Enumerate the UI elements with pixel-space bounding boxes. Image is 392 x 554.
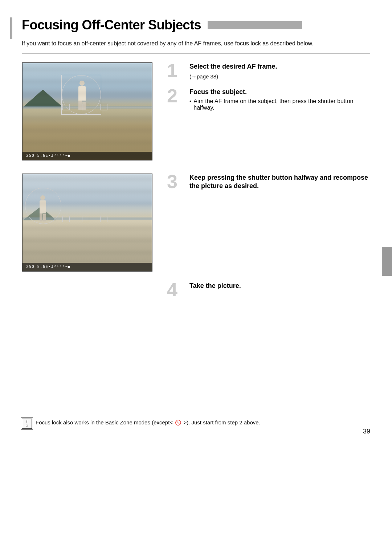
step-content-1: Select the desired AF frame. (→page 38) [189,62,370,81]
camera-image-1: 250 5.6E•J²¹⁺¹•● [22,62,152,160]
step-title-1: Select the desired AF frame. [189,62,370,71]
step-row-1-2: 250 5.6E•J²¹⁺¹•● 1 Select the desired AF… [22,62,370,160]
af-frame-left-2 [62,216,70,222]
step-number-4: 4 [167,280,185,299]
right-bar-decoration [382,247,392,276]
page-number: 39 [363,428,370,435]
guide-line [23,107,152,108]
step-content-4: Take the picture. [189,282,241,292]
step-content-2: Focus the subject. • Aim the AF frame on… [189,88,370,111]
step-number-1: 1 [167,61,185,80]
step-number-3: 3 [167,172,185,191]
scene-background-1 [23,63,152,160]
content-section: 250 5.6E•J²¹⁺¹•● 1 Select the desired AF… [22,62,370,314]
note-text-part2: >). Just start from step [183,419,239,425]
af-frame-right-2 [100,216,107,222]
step-content-3: Keep pressing the shutter button halfway… [189,174,370,192]
step-title-2: Focus the subject. [189,88,370,96]
title-decoration [208,21,302,29]
page-container: Focusing Off-Center Subjects If you want… [0,0,392,451]
except-icon: 🚫 [175,420,181,425]
status-text-2: 250 5.6E•J²¹⁺¹•● [26,264,70,269]
camera-image-2: 250 5.6E•J²¹⁺¹•● [22,174,152,272]
step-bullets-2: • Aim the AF frame on the subject, then … [189,98,370,111]
bullet-text-2: Aim the AF frame on the subject, then pr… [193,98,370,111]
steps-group-1: 1 Select the desired AF frame. (→page 38… [167,62,370,111]
section-divider [22,53,370,54]
image-block-2: 250 5.6E•J²¹⁺¹•● [22,174,152,272]
step-row-4: 4 Take the picture. [167,282,370,299]
empty-area [22,314,370,408]
left-bar-decoration [10,17,12,39]
step-number-2: 2 [167,86,185,105]
status-bar-2: 250 5.6E•J²¹⁺¹•● [23,263,152,271]
af-frame-right [100,104,107,110]
step-ref: 2 [239,419,242,425]
intro-text: If you want to focus an off-center subje… [22,39,319,48]
note-text-part3: above. [242,419,260,425]
note-icon-bottom: ◻ [26,424,28,427]
guide-line-2 [23,220,152,220]
title-row: Focusing Off-Center Subjects [22,17,370,33]
footer-note: i ◻ Focus lock also works in the Basic Z… [22,415,370,429]
step-title-4: Take the picture. [189,282,241,290]
step-row-3: 250 5.6E•J²¹⁺¹•● 3 Keep pressing the shu… [22,174,370,272]
steps-panel-3: 3 Keep pressing the shutter button halfw… [167,174,370,192]
page-title: Focusing Off-Center Subjects [22,17,201,33]
note-icon-top: i [26,420,28,424]
note-text: Focus lock also works in the Basic Zone … [36,418,260,427]
note-icon: i ◻ [22,419,32,429]
step-item-3: 3 Keep pressing the shutter button halfw… [167,174,370,192]
note-text-part1: Focus lock also works in the Basic Zone … [36,419,173,425]
bullet-dot-2: • [189,98,191,111]
note-icon-inner: i ◻ [26,420,28,427]
status-bar-1: 250 5.6E•J²¹⁺¹•● [23,152,152,160]
scene-background-2 [23,174,152,271]
focus-circle-2 [25,188,61,224]
af-frame-center-2 [82,216,89,222]
af-frame-left [62,104,70,110]
image-block-1: 250 5.6E•J²¹⁺¹•● [22,62,152,160]
status-text-1: 250 5.6E•J²¹⁺¹•● [26,153,70,158]
step-subtitle-1: (→page 38) [189,72,370,81]
step-item-1: 1 Select the desired AF frame. (→page 38… [167,62,370,81]
steps-panel-1-2: 1 Select the desired AF frame. (→page 38… [167,62,370,111]
af-frame-center [82,104,89,110]
step-item-2: 2 Focus the subject. • Aim the AF frame … [167,88,370,111]
step-title-3: Keep pressing the shutter button halfway… [189,174,370,191]
step-item-4: 4 Take the picture. [167,282,241,299]
